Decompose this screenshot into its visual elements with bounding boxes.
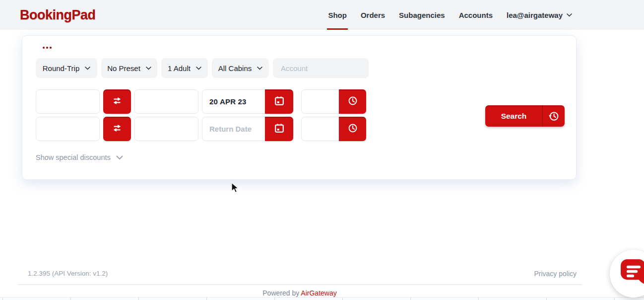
clock-icon [347,95,359,108]
more-options-icon[interactable] [43,47,52,49]
user-email: lea@airgateway [507,11,563,19]
outbound-origin-input[interactable] [36,89,100,114]
return-time-input[interactable] [301,117,339,141]
return-date-group [202,117,293,141]
outbound-time-button[interactable] [339,89,366,114]
airgateway-link[interactable]: AirGateway [301,289,336,297]
chevron-down-icon [567,13,572,17]
calendar-icon [273,122,285,136]
return-date-input[interactable] [202,117,265,141]
nav-tab-accounts[interactable]: Accounts [459,0,493,30]
outbound-swap-button[interactable] [103,89,131,114]
outbound-destination-input[interactable] [134,89,198,114]
search-history-icon[interactable] [542,105,565,127]
preset-dropdown[interactable]: No Preset [101,58,157,78]
discounts-label: Show special discounts [36,153,111,161]
chevron-down-icon [146,67,151,70]
search-button[interactable]: Search [485,105,565,127]
flight-search-card: Round-Trip No Preset 1 Adult All Cabins [22,35,577,180]
powered-by: Powered by AirGateway [0,289,599,297]
clock-icon [347,122,359,136]
trip-type-value: Round-Trip [43,64,79,73]
swap-horizontal-icon [111,122,123,136]
trip-type-dropdown[interactable]: Round-Trip [36,58,97,78]
bookingpad-logo[interactable]: BookingPad [20,7,96,23]
app-version: 1.2.395 (API Version: v1.2) [28,270,108,277]
outbound-date-group [202,89,293,114]
chevron-down-icon [116,155,123,160]
chevron-down-icon [257,67,262,70]
app-header: BookingPad Shop Orders Subagencies Accou… [0,0,644,30]
cabin-dropdown[interactable]: All Cabins [212,58,269,78]
outbound-time-input[interactable] [301,89,339,114]
mouse-cursor [231,182,240,195]
powered-by-text: Powered by [262,289,299,297]
filter-row: Round-Trip No Preset 1 Adult All Cabins [36,58,369,78]
nav-tab-shop[interactable]: Shop [328,0,347,30]
return-destination-input[interactable] [134,117,198,141]
return-calendar-button[interactable] [265,117,293,141]
return-origin-input[interactable] [36,117,100,141]
chat-widget-button[interactable] [610,250,644,298]
passengers-value: 1 Adult [168,64,191,73]
return-swap-button[interactable] [103,117,131,141]
nav-tab-orders[interactable]: Orders [361,0,385,30]
bottom-edge-strip [0,297,644,300]
passengers-dropdown[interactable]: 1 Adult [161,58,208,78]
show-special-discounts-toggle[interactable]: Show special discounts [36,153,123,161]
calendar-icon [273,95,285,108]
account-input[interactable] [273,58,369,78]
return-time-group [301,117,366,141]
cabin-value: All Cabins [218,64,252,73]
preset-value: No Preset [107,64,140,73]
chevron-down-icon [196,67,201,70]
main-nav: Shop Orders Subagencies Accounts lea@air… [328,0,572,30]
swap-horizontal-icon [111,95,123,108]
user-menu[interactable]: lea@airgateway [507,0,572,30]
chat-bubble-icon [618,256,644,291]
outbound-calendar-button[interactable] [265,89,293,114]
nav-tab-subagencies[interactable]: Subagencies [399,0,445,30]
return-leg-row [36,117,366,141]
outbound-leg-row [36,89,366,114]
chevron-down-icon [85,67,90,70]
outbound-date-input[interactable] [202,89,265,114]
search-button-label: Search [485,105,542,127]
outbound-time-group [301,89,366,114]
footer-divider [18,284,582,285]
return-time-button[interactable] [339,117,366,141]
privacy-policy-link[interactable]: Privacy policy [534,270,577,278]
